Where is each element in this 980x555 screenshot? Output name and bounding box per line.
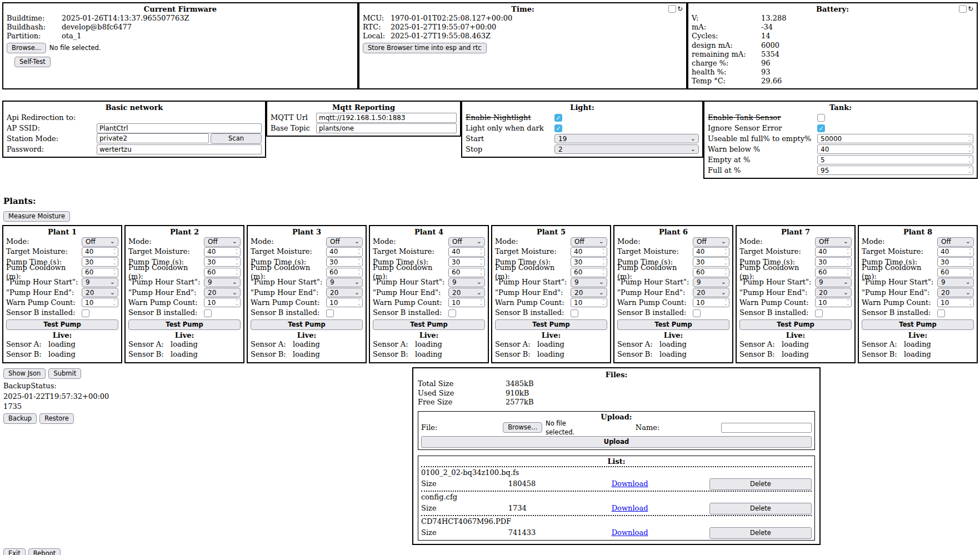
target-moisture-input[interactable]: 40⌃⌄ [82, 247, 118, 257]
pump-cooldown-input[interactable]: 60⌃⌄ [693, 268, 729, 277]
sensor-b-installed-checkbox[interactable] [448, 309, 456, 317]
spinner-icon[interactable]: ⌃⌄ [357, 259, 361, 264]
target-moisture-input[interactable]: 40⌃⌄ [693, 247, 729, 257]
spinner-icon[interactable]: ⌃⌄ [724, 300, 727, 305]
spinner-icon[interactable]: ⌃⌄ [602, 300, 605, 305]
spinner-icon[interactable]: ⌃⌄ [113, 270, 116, 275]
pump-hour-start-select[interactable]: 9⌄ [204, 278, 241, 287]
exit-button[interactable]: Exit [3, 548, 26, 555]
pump-cooldown-input[interactable]: 60⌃⌄ [571, 268, 607, 277]
mode-select[interactable]: Off⌄ [693, 237, 729, 247]
upload-button[interactable]: Upload [421, 436, 812, 448]
pump-hour-start-select[interactable]: 9⌄ [693, 278, 729, 287]
spinner-icon[interactable]: ⌃⌄ [724, 249, 727, 254]
spinner-icon[interactable]: ⌃⌄ [479, 249, 483, 254]
download-link[interactable]: Download [612, 479, 709, 488]
pump-time-input[interactable]: 30⌃⌄ [937, 257, 974, 267]
spinner-icon[interactable]: ⌃⌄ [479, 300, 483, 305]
sensor-b-installed-checkbox[interactable] [204, 309, 212, 317]
spinner-icon[interactable]: ⌃⌄ [357, 249, 361, 254]
spinner-icon[interactable]: ⌃⌄ [968, 157, 971, 162]
sensor-b-installed-checkbox[interactable] [937, 309, 945, 317]
test-pump-button[interactable]: Test Pump [251, 319, 363, 330]
test-pump-button[interactable]: Test Pump [862, 319, 974, 330]
pump-time-input[interactable]: 30⌃⌄ [82, 257, 118, 267]
target-moisture-input[interactable]: 40⌃⌄ [326, 247, 363, 257]
pump-cooldown-input[interactable]: 60⌃⌄ [326, 268, 363, 277]
pump-hour-end-select[interactable]: 20⌄ [571, 288, 607, 297]
enable-nightlight-checkbox[interactable] [554, 114, 562, 122]
warn-pump-count-input[interactable]: 10⌃⌄ [693, 298, 729, 307]
ignore-sensor-error-checkbox[interactable] [817, 124, 825, 132]
pump-cooldown-input[interactable]: 60⌃⌄ [82, 268, 118, 277]
spinner-icon[interactable]: ⌃⌄ [113, 249, 116, 254]
spinner-icon[interactable]: ⌃⌄ [357, 270, 361, 275]
enable-tank-sensor-checkbox[interactable] [817, 114, 825, 122]
spinner-icon[interactable]: ⌃⌄ [235, 300, 238, 305]
pump-hour-end-select[interactable]: 20⌄ [815, 288, 852, 297]
store-browser-time-button[interactable]: Store Browser time into esp and rtc [363, 43, 487, 53]
pump-hour-end-select[interactable]: 20⌄ [693, 288, 729, 297]
pump-cooldown-input[interactable]: 60⌃⌄ [937, 268, 974, 277]
target-moisture-input[interactable]: 40⌃⌄ [204, 247, 241, 257]
mode-select[interactable]: Off⌄ [937, 237, 974, 247]
test-pump-button[interactable]: Test Pump [6, 319, 118, 330]
pump-time-input[interactable]: 30⌃⌄ [448, 257, 485, 267]
mode-select[interactable]: Off⌄ [82, 237, 118, 247]
self-test-button[interactable]: Self-Test [14, 57, 51, 67]
spinner-icon[interactable]: ⌃⌄ [968, 136, 971, 141]
spinner-icon[interactable]: ⌃⌄ [602, 249, 605, 254]
measure-moisture-button[interactable]: Measure Moisture [3, 211, 70, 222]
spinner-icon[interactable]: ⌃⌄ [357, 300, 361, 305]
spinner-icon[interactable]: ⌃⌄ [968, 168, 971, 173]
spinner-icon[interactable]: ⌃⌄ [846, 249, 849, 254]
pump-hour-start-select[interactable]: 9⌄ [815, 278, 852, 287]
delete-button[interactable]: Delete [709, 478, 812, 490]
warn-pump-count-input[interactable]: 10⌃⌄ [937, 298, 974, 307]
delete-button[interactable]: Delete [709, 503, 812, 514]
warn-pump-count-input[interactable]: 10⌃⌄ [448, 298, 485, 307]
pump-hour-end-select[interactable]: 20⌄ [326, 288, 363, 297]
base-topic-input[interactable] [316, 123, 457, 133]
test-pump-button[interactable]: Test Pump [739, 319, 852, 330]
upload-name-input[interactable] [721, 423, 812, 433]
submit-button[interactable]: Submit [48, 368, 81, 379]
warn-pump-count-input[interactable]: 10⌃⌄ [326, 298, 363, 307]
target-moisture-input[interactable]: 40⌃⌄ [815, 247, 852, 257]
backup-button[interactable]: Backup [3, 413, 37, 424]
mqtt-url-input[interactable] [316, 113, 457, 123]
spinner-icon[interactable]: ⌃⌄ [602, 259, 605, 264]
station-mode-input[interactable] [97, 133, 209, 143]
mode-select[interactable]: Off⌄ [571, 237, 607, 247]
pump-hour-end-select[interactable]: 20⌄ [937, 288, 974, 297]
show-json-button[interactable]: Show Json [3, 368, 46, 379]
warn-pump-count-input[interactable]: 10⌃⌄ [815, 298, 852, 307]
spinner-icon[interactable]: ⌃⌄ [968, 300, 972, 305]
test-pump-button[interactable]: Test Pump [373, 319, 485, 330]
useable-ml-input[interactable]: 50000⌃⌄ [817, 134, 973, 143]
pump-hour-start-select[interactable]: 9⌄ [937, 278, 974, 287]
refresh-icon[interactable]: ↻ [968, 6, 973, 13]
pump-time-input[interactable]: 30⌃⌄ [204, 257, 241, 267]
sensor-b-installed-checkbox[interactable] [815, 309, 823, 317]
restore-button[interactable]: Restore [39, 413, 74, 424]
pump-cooldown-input[interactable]: 60⌃⌄ [448, 268, 485, 277]
warn-pump-count-input[interactable]: 10⌃⌄ [571, 298, 607, 307]
light-only-dark-checkbox[interactable] [554, 124, 562, 132]
warn-pump-count-input[interactable]: 10⌃⌄ [82, 298, 118, 307]
password-input[interactable] [97, 144, 262, 154]
target-moisture-input[interactable]: 40⌃⌄ [571, 247, 607, 257]
pump-time-input[interactable]: 30⌃⌄ [693, 257, 729, 267]
mode-select[interactable]: Off⌄ [815, 237, 852, 247]
reboot-button[interactable]: Reboot [28, 548, 61, 555]
spinner-icon[interactable]: ⌃⌄ [479, 270, 483, 275]
pump-hour-end-select[interactable]: 20⌄ [204, 288, 241, 297]
test-pump-button[interactable]: Test Pump [617, 319, 729, 330]
test-pump-button[interactable]: Test Pump [495, 319, 607, 330]
download-link[interactable]: Download [612, 504, 709, 513]
mode-select[interactable]: Off⌄ [204, 237, 241, 247]
pump-cooldown-input[interactable]: 60⌃⌄ [204, 268, 241, 277]
spinner-icon[interactable]: ⌃⌄ [968, 147, 971, 152]
spinner-icon[interactable]: ⌃⌄ [724, 270, 727, 275]
spinner-icon[interactable]: ⌃⌄ [235, 259, 238, 264]
